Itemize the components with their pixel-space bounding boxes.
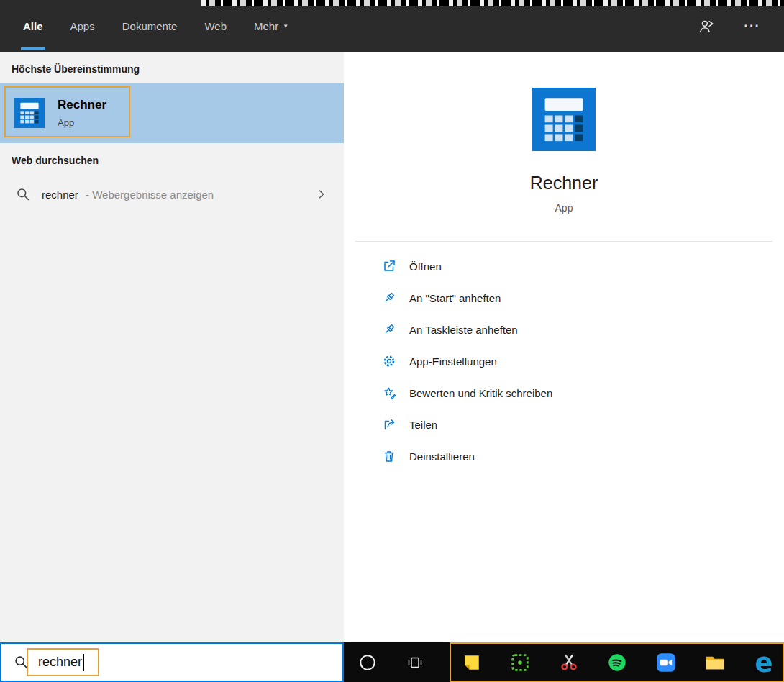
web-result-suffix: - Webergebnisse anzeigen xyxy=(86,188,214,201)
app-subtitle: App xyxy=(555,202,573,214)
chevron-down-icon: ▼ xyxy=(283,23,288,29)
account-icon xyxy=(698,17,716,35)
screentogif-button[interactable] xyxy=(511,653,529,672)
tab-dokumente[interactable]: Dokumente xyxy=(122,0,178,52)
snipping-tool-icon xyxy=(560,653,578,672)
cortana-icon xyxy=(358,653,377,672)
action-label: Bewerten und Kritik schreiben xyxy=(409,387,552,399)
screentogif-icon xyxy=(511,653,529,672)
trash-icon xyxy=(381,448,397,464)
pin-icon xyxy=(381,290,397,306)
web-result-text: rechner - Webergebnisse anzeigen xyxy=(42,188,214,201)
tab-mehr[interactable]: Mehr ▼ xyxy=(254,0,288,52)
action-pin-start[interactable]: An "Start" anheften xyxy=(344,282,784,314)
action-label: Deinstallieren xyxy=(409,450,475,463)
action-open[interactable]: Öffnen xyxy=(344,250,784,282)
tab-web[interactable]: Web xyxy=(204,0,227,52)
result-title: Rechner xyxy=(58,98,106,112)
tab-apps[interactable]: Apps xyxy=(70,0,95,52)
app-title: Rechner xyxy=(530,173,598,194)
windows-search-screen: Alle Apps Dokumente Web Mehr ▼ ··· H xyxy=(0,0,784,682)
task-view-icon xyxy=(406,654,424,671)
zoom-icon xyxy=(656,653,676,673)
spotify-button[interactable] xyxy=(607,653,627,673)
chevron-right-icon xyxy=(315,188,328,201)
tab-alle[interactable]: Alle xyxy=(23,0,43,52)
cortana-button[interactable] xyxy=(358,653,377,672)
action-label: Teilen xyxy=(409,419,437,431)
share-icon xyxy=(381,417,397,432)
taskbar: e xyxy=(344,642,784,682)
web-result-query: rechner xyxy=(42,188,78,201)
web-search-result[interactable]: rechner - Webergebnisse anzeigen xyxy=(0,177,344,212)
edge-button[interactable]: e xyxy=(755,649,772,676)
action-label: An "Start" anheften xyxy=(409,292,501,304)
task-view-button[interactable] xyxy=(406,654,424,671)
result-text: Rechner App xyxy=(58,98,106,128)
taskbar-search-input[interactable]: rechner xyxy=(0,642,344,682)
search-filter-tabs: Alle Apps Dokumente Web Mehr ▼ xyxy=(23,0,288,52)
settings-gear-icon xyxy=(381,353,397,369)
action-list: Öffnen An "Start" anheften An Taskleiste… xyxy=(344,250,784,472)
ellipsis-icon: ··· xyxy=(744,19,761,33)
calculator-app-icon-large xyxy=(532,88,596,151)
action-label: An Taskleiste anheften xyxy=(409,324,518,336)
search-input-value: rechner xyxy=(38,655,82,670)
sticky-notes-button[interactable] xyxy=(462,653,481,672)
account-button[interactable] xyxy=(696,16,716,36)
action-rate-review[interactable]: Bewerten und Kritik schreiben xyxy=(344,377,784,409)
file-explorer-icon xyxy=(705,653,725,673)
rate-review-icon xyxy=(381,385,397,401)
file-explorer-button[interactable] xyxy=(705,653,725,673)
tab-mehr-label: Mehr xyxy=(254,20,278,32)
best-match-header: Höchste Übereinstimmung xyxy=(0,52,344,83)
action-uninstall[interactable]: Deinstallieren xyxy=(344,440,784,472)
divider xyxy=(355,241,772,242)
spotify-icon xyxy=(607,653,627,673)
zoom-button[interactable] xyxy=(656,653,676,673)
action-app-settings[interactable]: App-Einstellungen xyxy=(344,345,784,377)
action-share[interactable]: Teilen xyxy=(344,409,784,440)
result-rechner[interactable]: Rechner App xyxy=(0,83,344,143)
more-options-button[interactable]: ··· xyxy=(742,16,762,36)
action-label: App-Einstellungen xyxy=(409,355,497,368)
text-cursor xyxy=(83,654,84,671)
preview-panel: Rechner App Öffnen An "Start" an xyxy=(344,52,784,642)
search-icon xyxy=(14,655,29,670)
open-icon xyxy=(381,258,397,274)
header-actions: ··· xyxy=(696,0,762,52)
screen-artifact xyxy=(201,0,784,6)
calculator-app-icon xyxy=(14,98,45,128)
snipping-tool-button[interactable] xyxy=(560,653,578,672)
sticky-notes-icon xyxy=(462,653,481,672)
action-pin-taskbar[interactable]: An Taskleiste anheften xyxy=(344,314,784,345)
web-section-header: Web durchsuchen xyxy=(0,143,344,174)
search-header: Alle Apps Dokumente Web Mehr ▼ ··· xyxy=(0,0,784,52)
search-icon xyxy=(16,187,30,201)
pin-icon xyxy=(381,322,397,337)
results-panel: Höchste Übereinstimmung Rechner App xyxy=(0,52,344,642)
action-label: Öffnen xyxy=(409,260,442,273)
app-hero: Rechner App xyxy=(344,52,784,214)
result-subtitle: App xyxy=(58,117,106,128)
edge-icon: e xyxy=(755,649,772,676)
